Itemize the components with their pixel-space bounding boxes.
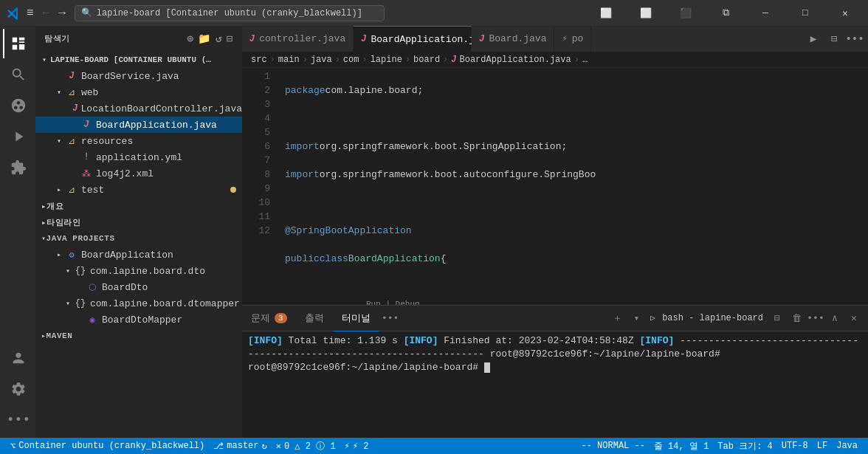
tree-item-boardservice[interactable]: J BoardService.java (35, 68, 242, 84)
activity-settings[interactable] (3, 374, 32, 404)
status-right: -- NORMAL -- 줄 14, 열 1 Tab 크기: 4 UTF-8 L… (577, 438, 863, 454)
file-label: BoardDtoMapper (102, 314, 182, 326)
status-warnings[interactable]: ⚡ ⚡ 2 (340, 438, 373, 454)
panel-tab-terminal[interactable]: 터미널 (333, 306, 379, 331)
breadcrumb-src[interactable]: src (251, 55, 267, 65)
tree-item-appyml[interactable]: ! application.yml (35, 149, 242, 165)
close-button[interactable]: ✕ (828, 0, 862, 26)
tab-board[interactable]: J Board.java (472, 26, 554, 52)
delete-terminal-btn[interactable]: 🗑 (788, 310, 805, 326)
tree-item-log4j2[interactable]: ⁂ log4j2.xml (35, 165, 242, 182)
activity-explorer[interactable] (3, 29, 32, 58)
status-branch[interactable]: ⎇ master ↻ (209, 438, 271, 454)
breadcrumb-java[interactable]: java (311, 55, 332, 65)
collapse-icon[interactable]: ⊟ (227, 32, 233, 45)
tree-item-test[interactable]: ▸ ⊿ test (35, 182, 242, 198)
breadcrumb-main[interactable]: main (278, 55, 300, 65)
activity-git[interactable] (3, 91, 32, 120)
terminal-name: ▷ bash - lapine-board (647, 313, 766, 323)
status-mode[interactable]: -- NORMAL -- (577, 438, 650, 454)
xml-icon: ⁂ (80, 168, 93, 179)
terminal-dropdown-btn[interactable]: ▾ (628, 310, 644, 326)
file-label: BoardDto (102, 282, 148, 293)
forward-arrow[interactable]: → (55, 5, 69, 21)
panel-tab-problems[interactable]: 문제 3 (242, 306, 296, 331)
panel-maximize-btn[interactable]: ∧ (827, 310, 843, 326)
remote-icon: ⌥ (10, 441, 16, 452)
breadcrumb-sep: › (335, 55, 340, 65)
tree-item-boarddto[interactable]: ⬡ BoardDto (35, 279, 242, 295)
tree-item-dtomapper-package[interactable]: ▾ {} com.lapine.board.dtomapper (35, 295, 242, 312)
activity-extensions[interactable] (3, 153, 32, 182)
section-timeline[interactable]: ▸ 타임라인 (35, 214, 242, 230)
chevron-down-icon: ▾ (41, 234, 46, 243)
tab-po[interactable]: ⚡ po (554, 26, 591, 52)
tree-item-boardapp-project[interactable]: ▸ ⚙ BoardApplication (35, 247, 242, 263)
more-tabs-icon[interactable]: ••• (846, 30, 864, 48)
search-text: lapine-board [Container ubuntu (cranky_b… (97, 8, 362, 18)
java-icon: J (65, 71, 78, 81)
breadcrumb-com[interactable]: com (343, 55, 359, 65)
breadcrumb-board[interactable]: board (413, 55, 440, 65)
hamburger-menu[interactable]: ≡ (27, 7, 34, 20)
add-terminal-btn[interactable]: ＋ (609, 310, 625, 326)
tree-root[interactable]: ▾ LAPINE-BOARD [CONTAINER UBUNTU (… (35, 52, 242, 68)
yml-icon: ! (80, 152, 93, 162)
back-arrow[interactable]: ← (40, 5, 53, 21)
maximize-button[interactable]: □ (788, 0, 822, 26)
tree-item-boarddtomapper[interactable]: ◉ BoardDtoMapper (35, 312, 242, 328)
section-label: 개요 (46, 201, 63, 212)
tab-boardapplication[interactable]: J BoardApplication.java ✕ (354, 26, 472, 52)
new-file-icon[interactable]: ⊕ (187, 32, 193, 45)
activity-account[interactable] (3, 343, 32, 373)
tree-item-boardapplication[interactable]: J BoardApplication.java (35, 117, 242, 133)
refresh-icon[interactable]: ↺ (216, 32, 222, 45)
tree-item-resources[interactable]: ▾ ⊿ resources (35, 133, 242, 149)
breadcrumb-lapine[interactable]: lapine (371, 55, 402, 65)
layout-btn-4[interactable]: ⧉ (709, 0, 743, 26)
minimize-button[interactable]: — (748, 0, 782, 26)
new-folder-icon[interactable]: 📁 (198, 32, 211, 45)
activity-search[interactable] (3, 60, 32, 89)
code-line-4: import org.springframework.boot.autoconf… (285, 168, 809, 182)
section-maven[interactable]: ▸ MAVEN (35, 328, 242, 344)
split-editor-icon[interactable]: ▶ (805, 30, 822, 48)
breadcrumb-file[interactable]: BoardApplication.java (460, 55, 571, 65)
layout-btn-3[interactable]: ⬛ (669, 0, 703, 26)
split-terminal-btn[interactable]: ⊟ (769, 310, 785, 326)
root-label: LAPINE-BOARD [CONTAINER UBUNTU (… (50, 55, 211, 64)
layout-btn-2[interactable]: ⬜ (629, 0, 663, 26)
tree-item-locationcontroller[interactable]: J LocationBoardController.java (35, 100, 242, 117)
tab-controller[interactable]: J controller.java (242, 26, 354, 52)
panel-tab-end: ＋ ▾ ▷ bash - lapine-board ⊟ 🗑 ••• ∧ ✕ (609, 310, 868, 326)
status-tabsize[interactable]: Tab 크기: 4 (713, 438, 776, 454)
run-debug-hint: Run | Debug (366, 297, 420, 305)
status-container-label: Container ubuntu (cranky_blackwell) (18, 441, 204, 451)
file-label: log4j2.xml (96, 168, 154, 179)
status-language[interactable]: Java (832, 438, 862, 454)
section-gaeyeo[interactable]: ▸ 개요 (35, 198, 242, 214)
code-content[interactable]: package com.lapine.board; import org.spr… (279, 68, 809, 305)
panel-tab-output[interactable]: 출력 (296, 306, 333, 331)
status-encoding[interactable]: UTF-8 (777, 438, 813, 454)
status-position[interactable]: 줄 14, 열 1 (650, 438, 713, 454)
layout-icon[interactable]: ⊟ (825, 30, 843, 48)
status-lineending[interactable]: LF (813, 438, 832, 454)
panel-more2-btn[interactable]: ••• (807, 310, 824, 326)
status-container[interactable]: ⌥ Container ubuntu (cranky_blackwell) (6, 438, 209, 454)
breadcrumb-more[interactable]: … (582, 55, 588, 65)
status-language-label: Java (836, 441, 858, 451)
activity-bar: ••• (0, 26, 35, 438)
activity-more[interactable]: ••• (3, 405, 32, 435)
section-java-projects[interactable]: ▾ JAVA PROJECTS (35, 230, 242, 247)
terminal-content[interactable]: [INFO] Total time: 1.139 s [INFO] Finish… (242, 331, 868, 438)
panel-close-btn[interactable]: ✕ (846, 310, 862, 326)
search-bar[interactable]: 🔍 lapine-board [Container ubuntu (cranky… (75, 5, 385, 21)
code-editor[interactable]: 1 2 3 4 5 6 7 8 9 10 11 12 package com.l… (242, 68, 868, 305)
tree-item-dto-package[interactable]: ▾ {} com.lapine.board.dto (35, 263, 242, 279)
layout-btn-1[interactable]: ⬜ (589, 0, 623, 26)
panel-more-btn[interactable]: ••• (382, 310, 399, 326)
activity-run[interactable] (3, 122, 32, 151)
status-errors[interactable]: ✕ 0 △ 2 ⓘ 1 (272, 438, 340, 454)
tree-item-web[interactable]: ▾ ⊿ web (35, 84, 242, 100)
